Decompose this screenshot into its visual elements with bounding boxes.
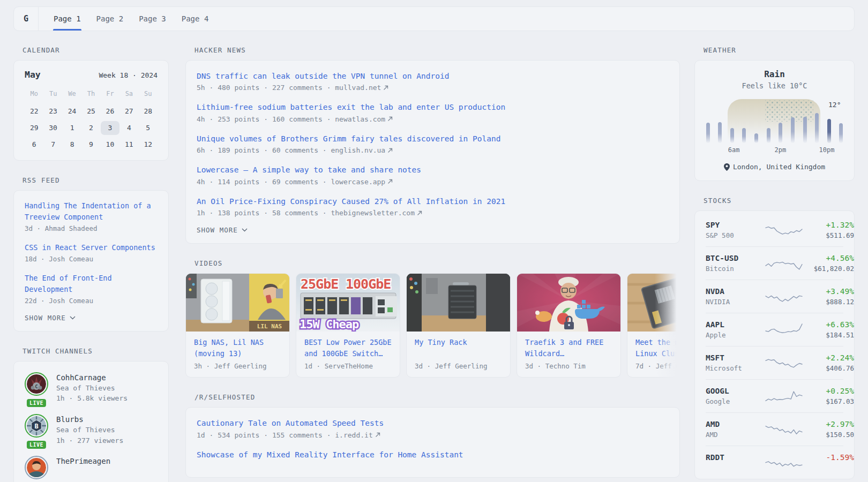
external-link-icon bbox=[387, 116, 393, 122]
item-title-link[interactable]: An Oil Price-Fixing Conspiracy Caused 27… bbox=[197, 195, 669, 207]
twitch-channel-row[interactable]: B LIVE Blurbs Sea of Thieves 1h · 277 vi… bbox=[25, 414, 158, 446]
weather-chart: 12° bbox=[705, 99, 844, 143]
stock-price: $167.03 bbox=[803, 397, 854, 405]
stock-row[interactable]: AMD AMD +2.97% $150.50 bbox=[706, 412, 843, 446]
hackernews-show-more-button[interactable]: SHOW MORE bbox=[197, 226, 248, 234]
hackernews-section-label: HACKER NEWS bbox=[194, 46, 680, 54]
tab-page-4[interactable]: Page 4 bbox=[181, 7, 209, 31]
channel-name: CohhCarnage bbox=[56, 372, 128, 383]
stock-name: Apple bbox=[706, 331, 765, 339]
location-pin-icon bbox=[724, 163, 730, 171]
item-title-link[interactable]: Lowercase – A simple way to take and sha… bbox=[197, 164, 669, 176]
stock-row[interactable]: AAPL Apple +6.63% $184.51 bbox=[706, 313, 843, 346]
app-logo[interactable]: G bbox=[14, 7, 39, 31]
list-item: An Oil Price-Fixing Conspiracy Caused 27… bbox=[197, 195, 669, 217]
avatar: C bbox=[25, 372, 48, 396]
weather-bar bbox=[742, 128, 746, 143]
video-card[interactable]: My Tiny Rack 3d · Jeff Geerling bbox=[406, 273, 511, 378]
video-meta: 3h · Jeff Geerling bbox=[194, 362, 281, 370]
weather-time-label: 10pm bbox=[819, 146, 835, 154]
tab-page-3[interactable]: Page 3 bbox=[138, 7, 167, 31]
twitch-widget: TWITCH CHANNELS C LI bbox=[13, 347, 169, 482]
calendar-weekday: We bbox=[63, 88, 81, 102]
weather-condition: Rain bbox=[705, 69, 844, 79]
item-title-link[interactable]: Showcase of my Mixed Reality Interface f… bbox=[197, 449, 669, 461]
stock-price: $406.76 bbox=[803, 364, 854, 372]
twitch-section-label: TWITCH CHANNELS bbox=[23, 347, 169, 355]
tab-page-2[interactable]: Page 2 bbox=[96, 7, 124, 31]
video-title: My Tiny Rack bbox=[415, 337, 502, 359]
stock-change: +0.25% bbox=[803, 387, 854, 395]
item-meta: 18d · Josh Comeau bbox=[25, 255, 158, 263]
item-title-link[interactable]: The End of Front-End Development bbox=[25, 273, 158, 295]
calendar-day: 10 bbox=[101, 138, 119, 152]
weather-bar bbox=[827, 119, 831, 143]
selfhosted-section-label: /R/SELFHOSTED bbox=[194, 393, 680, 401]
temperature-label: 12° bbox=[828, 101, 841, 109]
channel-game: Sea of Thieves bbox=[56, 425, 123, 435]
video-card[interactable]: LIL NAS Big NAS, Lil NAS (moving 13) 3h … bbox=[185, 273, 290, 378]
calendar-day: 2 bbox=[81, 121, 100, 135]
stocks-section-label: STOCKS bbox=[704, 197, 855, 205]
external-link-icon bbox=[387, 148, 393, 153]
stock-name: NVIDIA bbox=[706, 298, 765, 306]
rss-show-more-button[interactable]: SHOW MORE bbox=[25, 314, 76, 322]
item-meta: 1d · 534 points · 155 comments · i.redd.… bbox=[197, 431, 669, 439]
item-title-link[interactable]: Lithium-free sodium batteries exit the l… bbox=[197, 101, 669, 113]
video-card[interactable]: Traefik 3 and FREE Wildcard… 3d · Techno… bbox=[517, 273, 621, 378]
svg-text:LIL NAS: LIL NAS bbox=[257, 323, 282, 330]
stock-row[interactable]: MSFT Microsoft +2.24% $406.76 bbox=[706, 346, 843, 379]
stock-row[interactable]: RDDT -1.59% bbox=[706, 446, 843, 479]
calendar-day: 4 bbox=[119, 121, 138, 135]
calendar-day: 6 bbox=[25, 138, 43, 152]
live-badge: LIVE bbox=[27, 399, 46, 407]
weather-bar bbox=[803, 117, 807, 143]
calendar-day: 9 bbox=[81, 138, 100, 152]
item-meta: 5h · 480 points · 227 comments · mullvad… bbox=[197, 84, 669, 92]
item-title-link[interactable]: Unique volumes of Brothers Grimm fairy t… bbox=[197, 133, 669, 145]
calendar-day: 1 bbox=[63, 121, 81, 135]
stock-ticker: BTC-USD bbox=[706, 254, 765, 262]
list-item: CSS in React Server Components 18d · Jos… bbox=[25, 242, 158, 263]
item-title-link[interactable]: DNS traffic can leak outside the VPN tun… bbox=[197, 70, 669, 82]
twitch-channel-row[interactable]: ThePrimeagen bbox=[25, 456, 158, 479]
item-title-link[interactable]: CSS in React Server Components bbox=[25, 242, 158, 253]
stock-row[interactable]: NVDA NVIDIA +3.49% $888.12 bbox=[706, 280, 843, 313]
weather-bar bbox=[754, 133, 758, 143]
stock-sparkline bbox=[765, 454, 803, 471]
stock-row[interactable]: GOOGL Google +0.25% $167.03 bbox=[706, 379, 843, 412]
calendar-widget: CALENDAR May Week 18 · 2024 MoTuWeThFrSa… bbox=[13, 46, 169, 161]
channel-name: Blurbs bbox=[56, 414, 123, 425]
live-badge: LIVE bbox=[27, 441, 46, 449]
calendar-weekday: Sa bbox=[119, 88, 138, 102]
weather-time-label: 2pm bbox=[774, 146, 786, 154]
rss-widget: RSS FEED Handling The Indentation of a T… bbox=[13, 176, 169, 332]
list-item: Lithium-free sodium batteries exit the l… bbox=[197, 101, 669, 123]
weather-bar bbox=[706, 123, 710, 143]
stock-row[interactable]: SPY S&P 500 +1.32% $511.69 bbox=[706, 214, 843, 246]
stock-sparkline bbox=[765, 355, 803, 372]
item-title-link[interactable]: Handling The Indentation of a Treeview C… bbox=[25, 200, 158, 223]
stock-name: S&P 500 bbox=[706, 231, 765, 239]
tab-page-1[interactable]: Page 1 bbox=[53, 7, 81, 31]
calendar-weekday: Th bbox=[81, 88, 100, 102]
channel-meta: 1h · 5.8k viewers bbox=[56, 393, 128, 404]
video-card[interactable]: FAS Meet the new Linux Cluster 7d · Jeff… bbox=[627, 273, 680, 378]
calendar-weekday: Fr bbox=[101, 88, 119, 102]
calendar-day: 27 bbox=[119, 104, 138, 118]
twitch-channel-row[interactable]: C LIVE CohhCarnage Sea of Thieves 1h · 5… bbox=[25, 372, 158, 404]
stock-row[interactable]: BTC-USD Bitcoin +4.56% $61,820.02 bbox=[706, 246, 843, 280]
calendar-day: 30 bbox=[43, 121, 62, 135]
external-link-icon bbox=[383, 85, 388, 91]
video-title: Big NAS, Lil NAS (moving 13) bbox=[194, 337, 281, 359]
stock-sparkline bbox=[765, 421, 803, 438]
weather-feels-like: Feels like 10°C bbox=[705, 81, 844, 90]
video-card[interactable]: 25GbE 100GbE 15W Cheap BEST Low Power 25… bbox=[296, 273, 400, 378]
stock-sparkline bbox=[765, 388, 803, 405]
external-link-icon bbox=[375, 432, 380, 438]
item-title-link[interactable]: Cautionary Tale on Automated Speed Tests bbox=[197, 417, 669, 429]
calendar-day: 25 bbox=[81, 104, 100, 118]
svg-text:C: C bbox=[35, 383, 38, 389]
calendar-weekday: Mo bbox=[25, 88, 43, 102]
list-item: Lowercase – A simple way to take and sha… bbox=[197, 164, 669, 185]
